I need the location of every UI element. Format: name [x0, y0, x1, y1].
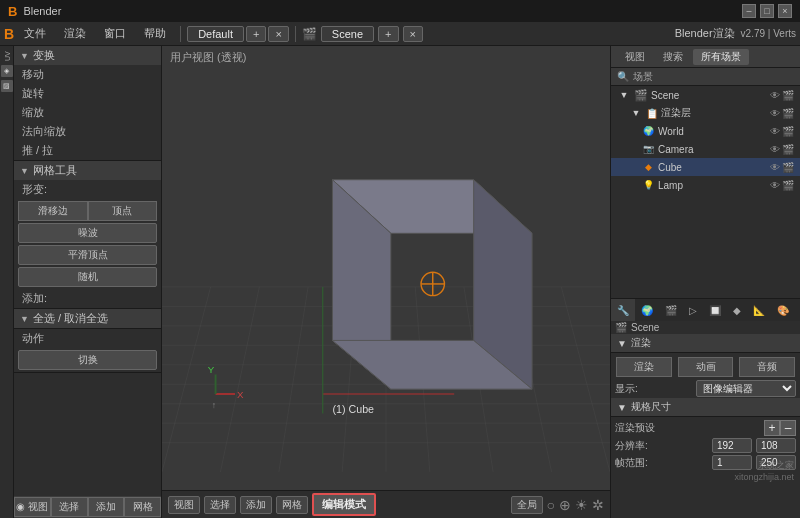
vertices-btn[interactable]: 顶点 — [88, 201, 158, 221]
resolution-x-input[interactable] — [712, 438, 752, 453]
menu-bar: B 文件 渲染 窗口 帮助 Default + × 🎬 Scene + × Bl… — [0, 22, 800, 46]
viewport-icon-2[interactable]: ⊕ — [559, 497, 571, 513]
frame-range-row: 帧范围: — [611, 454, 800, 471]
tab-all-scenes[interactable]: 所有场景 — [693, 49, 749, 65]
add-btn[interactable]: 添加 — [240, 496, 272, 514]
transform-section: ▼ 变换 移动 旋转 缩放 法向缩放 推 / 拉 — [14, 46, 161, 161]
props-tab-mat[interactable]: 🎨 — [771, 299, 795, 321]
mesh-btn[interactable]: 网格 — [276, 496, 308, 514]
select-all-header[interactable]: ▼ 全选 / 取消全选 — [14, 309, 161, 328]
maximize-button[interactable]: □ — [760, 4, 774, 18]
camera-render[interactable]: 🎬 — [782, 144, 794, 155]
outliner-cube[interactable]: ◆ Cube 👁 🎬 — [611, 158, 800, 176]
push-pull-item[interactable]: 推 / 拉 — [14, 141, 161, 160]
strip-icon1[interactable]: ◈ — [1, 65, 13, 77]
nav-mesh[interactable]: 网格 — [124, 497, 161, 517]
scale-item[interactable]: 缩放 — [14, 103, 161, 122]
viewport-icon-3[interactable]: ☀ — [575, 497, 588, 513]
noise-btn[interactable]: 噪波 — [18, 223, 157, 243]
animation-btn[interactable]: 动画 — [678, 357, 734, 377]
tab-search[interactable]: 搜索 — [655, 49, 691, 65]
viewport[interactable]: 用户视图 (透视) — [162, 46, 610, 518]
minimize-button[interactable]: – — [742, 4, 756, 18]
scene-name: Scene — [651, 90, 679, 101]
switch-btn[interactable]: 切换 — [18, 350, 157, 370]
resolution-y-input[interactable] — [756, 438, 796, 453]
edit-mode-btn[interactable]: 编辑模式 — [312, 493, 376, 516]
resolution-section-header[interactable]: ▼ 规格尺寸 — [611, 398, 800, 417]
audio-btn[interactable]: 音频 — [739, 357, 795, 377]
props-tab-scene[interactable]: 🎬 — [659, 299, 683, 321]
smooth-edge-btn[interactable]: 滑移边 — [18, 201, 88, 221]
props-tab-phys[interactable]: 📐 — [747, 299, 771, 321]
render-preset-minus[interactable]: + — [764, 420, 780, 436]
outliner-scene[interactable]: ▼ 🎬 Scene 👁 🎬 — [611, 86, 800, 104]
tab-view[interactable]: 视图 — [617, 49, 653, 65]
workspace-close[interactable]: × — [268, 26, 288, 42]
menu-help[interactable]: 帮助 — [136, 24, 174, 43]
lamp-icons: 👁 🎬 — [770, 180, 794, 191]
frame-start-input[interactable] — [712, 455, 752, 470]
menu-file[interactable]: 文件 — [16, 24, 54, 43]
props-tab-anim[interactable]: ▷ — [683, 299, 703, 321]
camera-name: Camera — [658, 144, 694, 155]
outliner-world[interactable]: 🌍 World 👁 🎬 — [611, 122, 800, 140]
strip-uv[interactable]: UV — [1, 50, 13, 62]
random-btn[interactable]: 随机 — [18, 267, 157, 287]
version-label: v2.79 | Verts — [741, 28, 796, 39]
scene-render[interactable]: 🎬 — [782, 90, 794, 101]
svg-text:Y: Y — [208, 364, 215, 375]
scene-add[interactable]: + — [378, 26, 398, 42]
scene-name-props: Scene — [631, 322, 659, 333]
props-tab-render[interactable]: 🔧 — [611, 299, 635, 321]
viewport-icon-1[interactable]: ○ — [547, 497, 555, 513]
menu-window[interactable]: 窗口 — [96, 24, 134, 43]
workspace-add[interactable]: + — [246, 26, 266, 42]
renderlayer-eye[interactable]: 👁 — [770, 108, 780, 119]
render-btn[interactable]: 渲染 — [616, 357, 672, 377]
frame-end-input[interactable] — [756, 455, 796, 470]
props-tab-world[interactable]: 🌍 — [635, 299, 659, 321]
transform-label: 变换 — [33, 48, 55, 63]
close-button[interactable]: × — [778, 4, 792, 18]
svg-text:↑: ↑ — [212, 400, 216, 410]
camera-eye[interactable]: 👁 — [770, 144, 780, 155]
rotate-item[interactable]: 旋转 — [14, 84, 161, 103]
nav-add[interactable]: 添加 — [88, 497, 125, 517]
display-dropdown[interactable]: 图像编辑器 — [696, 380, 796, 397]
menu-render[interactable]: 渲染 — [56, 24, 94, 43]
lamp-eye[interactable]: 👁 — [770, 180, 780, 191]
world-render[interactable]: 🎬 — [782, 126, 794, 137]
outliner-render-layer[interactable]: ▼ 📋 渲染层 👁 🎬 — [611, 104, 800, 122]
props-tab-mesh[interactable]: 🔲 — [703, 299, 727, 321]
select-btn[interactable]: 选择 — [204, 496, 236, 514]
renderlayer-render[interactable]: 🎬 — [782, 108, 794, 119]
move-item[interactable]: 移动 — [14, 65, 161, 84]
props-tab-obj[interactable]: ◆ — [727, 299, 747, 321]
mesh-tools-header[interactable]: ▼ 网格工具 — [14, 161, 161, 180]
scene-eye[interactable]: 👁 — [770, 90, 780, 101]
view-btn[interactable]: 视图 — [168, 496, 200, 514]
cube-render[interactable]: 🎬 — [782, 162, 794, 173]
outliner-camera[interactable]: 📷 Camera 👁 🎬 — [611, 140, 800, 158]
menu-separator — [180, 26, 181, 42]
world-eye[interactable]: 👁 — [770, 126, 780, 137]
render-preset-plus[interactable]: – — [780, 420, 796, 436]
renderlayer-icons: 👁 🎬 — [770, 108, 794, 119]
viewport-bottom: 视图 选择 添加 网格 编辑模式 全局 ○ ⊕ ☀ ✲ — [162, 490, 610, 518]
strip-icon2[interactable]: ▨ — [1, 80, 13, 92]
nav-view[interactable]: ◉ 视图 — [14, 497, 51, 517]
outliner-lamp[interactable]: 💡 Lamp 👁 🎬 — [611, 176, 800, 194]
lamp-render[interactable]: 🎬 — [782, 180, 794, 191]
scene-close[interactable]: × — [403, 26, 423, 42]
nav-select[interactable]: 选择 — [51, 497, 88, 517]
normal-scale-item[interactable]: 法向缩放 — [14, 122, 161, 141]
smooth-vertices-row: 滑移边 顶点 — [18, 201, 157, 221]
global-btn[interactable]: 全局 — [511, 496, 543, 514]
blender-logo: B — [8, 4, 17, 19]
render-section-header[interactable]: ▼ 渲染 — [611, 334, 800, 353]
viewport-icon-4[interactable]: ✲ — [592, 497, 604, 513]
smooth-verts-btn[interactable]: 平滑顶点 — [18, 245, 157, 265]
cube-eye[interactable]: 👁 — [770, 162, 780, 173]
transform-header[interactable]: ▼ 变换 — [14, 46, 161, 65]
